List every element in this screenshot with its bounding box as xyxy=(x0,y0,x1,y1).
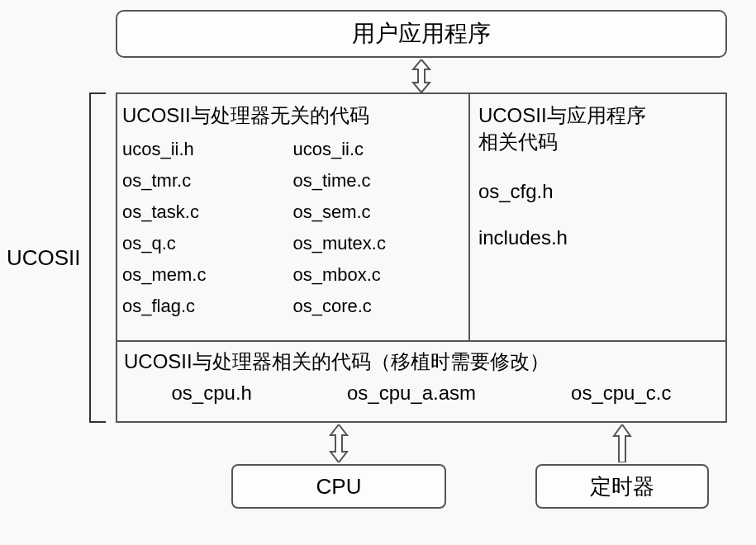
cpu-label: CPU xyxy=(316,474,362,499)
app-related-box: UCOSII与应用程序 相关代码 os_cfg.h includes.h xyxy=(470,94,725,340)
timer-box: 定时器 xyxy=(535,464,709,509)
app-related-title: UCOSII与应用程序 相关代码 xyxy=(478,102,717,155)
ucosii-bracket: UCOSII xyxy=(7,92,106,423)
port-title: UCOSII与处理器相关的代码（移植时需要修改） xyxy=(124,348,719,375)
file-item: ucos_ii.h xyxy=(122,134,292,165)
port-files: os_cpu.h os_cpu_a.asm os_cpu_c.c xyxy=(124,382,719,405)
file-item: os_task.c xyxy=(122,197,292,228)
proc-indep-title: UCOSII与处理器无关的代码 xyxy=(122,102,464,129)
arrow-bidir-top xyxy=(411,59,432,92)
ucosii-bracket-label: UCOSII xyxy=(7,245,81,271)
svg-marker-0 xyxy=(413,59,430,92)
file-item: os_cpu.h xyxy=(172,382,252,405)
processor-port-box: UCOSII与处理器相关的代码（移植时需要修改） os_cpu.h os_cpu… xyxy=(117,340,725,423)
file-item: os_mbox.c xyxy=(292,259,463,291)
file-item: os_mutex.c xyxy=(292,228,463,259)
proc-indep-files: ucos_ii.h ucos_ii.c os_tmr.c os_time.c o… xyxy=(122,134,464,322)
file-item: os_flag.c xyxy=(122,291,292,322)
ucosii-core-container: UCOSII与处理器无关的代码 ucos_ii.h ucos_ii.c os_t… xyxy=(116,92,727,423)
cpu-box: CPU xyxy=(231,464,446,509)
app-related-title-line2: 相关代码 xyxy=(478,129,717,155)
svg-marker-1 xyxy=(330,424,347,462)
file-item: os_cfg.h xyxy=(478,180,717,203)
arrow-bidir-cpu xyxy=(328,424,349,462)
user-app-box: 用户应用程序 xyxy=(116,10,727,58)
file-item: os_time.c xyxy=(292,165,463,197)
timer-label: 定时器 xyxy=(590,474,654,499)
file-item: os_mem.c xyxy=(122,259,292,291)
file-item: includes.h xyxy=(478,226,717,249)
file-item: ucos_ii.c xyxy=(292,134,463,165)
file-item: os_sem.c xyxy=(292,197,463,228)
file-item: os_cpu_a.asm xyxy=(347,382,476,405)
file-item: os_tmr.c xyxy=(122,165,292,197)
file-item: os_q.c xyxy=(122,228,292,259)
processor-independent-box: UCOSII与处理器无关的代码 ucos_ii.h ucos_ii.c os_t… xyxy=(117,94,470,340)
app-related-title-line1: UCOSII与应用程序 xyxy=(478,102,717,129)
svg-marker-2 xyxy=(614,424,630,462)
file-item: os_cpu_c.c xyxy=(571,382,671,405)
file-item: os_core.c xyxy=(292,291,463,322)
user-app-title: 用户应用程序 xyxy=(352,21,491,46)
arrow-up-timer xyxy=(611,424,633,466)
